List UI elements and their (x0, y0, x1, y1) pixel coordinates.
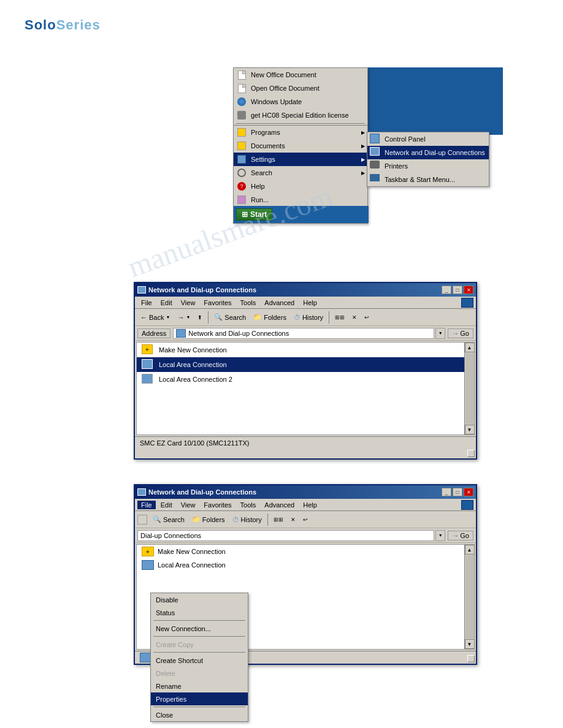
statusbar-text: SMC EZ Card 10/100 (SMC1211TX) (140, 439, 250, 447)
minimize2-button[interactable]: _ (442, 488, 451, 496)
scroll2-thumb[interactable] (465, 555, 474, 639)
ctx-create-shortcut[interactable]: Create Shortcut (151, 654, 248, 667)
menu-item-open-office-label: Open Office Document (251, 85, 320, 92)
menu-item-hc08[interactable]: get HC08 Special Edition license (234, 108, 367, 122)
address-input[interactable]: Network and Dial-up Connections (173, 328, 434, 339)
submenu-taskbar-label: Taskbar & Start Menu... (385, 176, 455, 183)
programs-arrow: ▶ (361, 130, 365, 135)
menu2-favorites[interactable]: Favorites (200, 501, 235, 509)
settings-submenu: Control Panel Network and Dial-up Connec… (367, 132, 489, 187)
menu-edit[interactable]: Edit (157, 298, 176, 307)
menu-item-windows-update[interactable]: Windows Update (234, 95, 367, 108)
menu-help[interactable]: Help (299, 298, 321, 307)
window-titlebar: Network and Dial-up Connections _ □ ✕ (135, 283, 476, 297)
menu2-file[interactable]: File (137, 501, 156, 509)
go2-button[interactable]: → Go (448, 531, 473, 540)
folders-button[interactable]: 📁 Folders (250, 311, 289, 323)
menu-item-run[interactable]: Run... (234, 193, 367, 207)
minimize-button[interactable]: _ (442, 286, 451, 294)
menu-item-programs[interactable]: Programs ▶ (234, 126, 367, 139)
content-scrollbar[interactable]: ▲ ▼ (464, 343, 474, 434)
ctx-properties[interactable]: Properties (151, 692, 248, 705)
menu-view[interactable]: View (177, 298, 199, 307)
toolbar2-extra1[interactable]: ⊞⊞ (270, 515, 286, 525)
close2-button[interactable]: ✕ (464, 488, 473, 496)
ctx-status[interactable]: Status (151, 606, 248, 619)
submenu-taskbar[interactable]: Taskbar & Start Menu... (367, 173, 489, 186)
menu-item-run-label: Run... (251, 196, 269, 203)
toolbar-extra3[interactable]: ↩ (361, 313, 372, 322)
menu2-tools[interactable]: Tools (237, 501, 260, 509)
menu2-advanced[interactable]: Advanced (261, 501, 298, 509)
menu2-help[interactable]: Help (299, 501, 321, 509)
windows-update-icon (236, 96, 247, 107)
menu2-edit[interactable]: Edit (157, 501, 176, 509)
address2-dropdown[interactable]: ▼ (435, 530, 445, 541)
make-new-connection-item[interactable]: + Make New Connection (137, 343, 474, 357)
go-label: Go (460, 330, 469, 337)
up-button[interactable]: ⬆ (194, 313, 205, 322)
local-area-connection-item[interactable]: Local Area Connection (137, 357, 474, 372)
address-value: Network and Dial-up Connections (188, 330, 289, 337)
up-icon: ⬆ (197, 314, 202, 320)
search-arrow: ▶ (361, 170, 365, 176)
close-button[interactable]: ✕ (464, 286, 473, 294)
content2-scrollbar[interactable]: ▲ ▼ (464, 545, 474, 649)
scroll2-down[interactable]: ▼ (465, 639, 475, 649)
ctx-disable[interactable]: Disable (151, 593, 248, 606)
folders2-button[interactable]: 📁 Folders (189, 514, 228, 525)
toolbar-extra1[interactable]: ⊞⊞ (332, 313, 348, 322)
go-button[interactable]: → Go (448, 328, 473, 338)
menu-item-settings[interactable]: Settings ▶ (234, 153, 367, 166)
scroll-thumb[interactable] (465, 353, 474, 424)
maximize2-button[interactable]: □ (453, 488, 462, 496)
scroll-up[interactable]: ▲ (465, 343, 475, 352)
toolbar2-extra2[interactable]: ✕ (288, 515, 299, 525)
menu-item-open-office[interactable]: Open Office Document (234, 82, 367, 95)
menu-favorites[interactable]: Favorites (200, 298, 235, 307)
ctx-new-connection[interactable]: New Connection... (151, 622, 248, 635)
search-toolbar-button[interactable]: 🔍 Search (211, 311, 249, 323)
menu-item-search[interactable]: Search ▶ (234, 166, 367, 180)
submenu-printers[interactable]: Printers (367, 159, 489, 173)
ctx-rename[interactable]: Rename (151, 680, 248, 692)
menu-tools[interactable]: Tools (237, 298, 260, 307)
menu-file[interactable]: File (137, 298, 156, 307)
window2-titlebar: Network and Dial-up Connections _ □ ✕ (135, 485, 476, 499)
maximize-button[interactable]: □ (453, 286, 462, 294)
menu-item-help[interactable]: ? Help (234, 180, 367, 193)
taskbar-startmenu-icon (370, 174, 381, 185)
back-button[interactable]: ← Back ▼ (137, 312, 173, 323)
menu-item-new-office[interactable]: New Office Document (234, 68, 367, 82)
address-dropdown[interactable]: ▼ (435, 328, 445, 339)
ctx-sep2 (153, 636, 245, 637)
toolbar-extra2[interactable]: ✕ (349, 313, 360, 322)
printers-icon (370, 161, 381, 172)
menu-advanced[interactable]: Advanced (261, 298, 298, 307)
scroll2-up[interactable]: ▲ (465, 545, 475, 555)
ctx-delete: Delete (151, 667, 248, 680)
menu-item-documents[interactable]: Documents ▶ (234, 139, 367, 153)
forward-button[interactable]: → ▼ (174, 312, 193, 323)
search2-button[interactable]: 🔍 Search (150, 514, 188, 525)
menu2-view[interactable]: View (177, 501, 199, 509)
resize2-handle[interactable] (467, 655, 475, 662)
start-button[interactable]: ⊞ Start (236, 208, 272, 221)
lan-connection-icon (142, 359, 155, 370)
toolbar2-extra3[interactable]: ↩ (300, 515, 311, 525)
menu-separator-1 (236, 123, 365, 124)
run-icon (236, 194, 247, 205)
ctx-close[interactable]: Close (151, 708, 248, 721)
menubar: File Edit View Favorites Tools Advanced … (135, 297, 476, 309)
resize-handle[interactable] (467, 450, 475, 457)
local-area-connection2-item[interactable]: Local Area Connection 2 (137, 372, 474, 387)
history2-button[interactable]: ⏱ History (229, 514, 265, 525)
submenu-control-panel[interactable]: Control Panel (367, 132, 489, 146)
scroll-down[interactable]: ▼ (465, 425, 475, 434)
menu-item-search-label: Search (251, 169, 272, 176)
local-area-connection2-label: Local Area Connection 2 (159, 376, 232, 383)
addressbar: Address Network and Dial-up Connections … (135, 326, 476, 341)
address2-input[interactable]: Dial-up Connections (137, 530, 434, 541)
history-button[interactable]: ⏱ History (291, 312, 326, 323)
submenu-network-connections[interactable]: Network and Dial-up Connections (367, 146, 489, 159)
